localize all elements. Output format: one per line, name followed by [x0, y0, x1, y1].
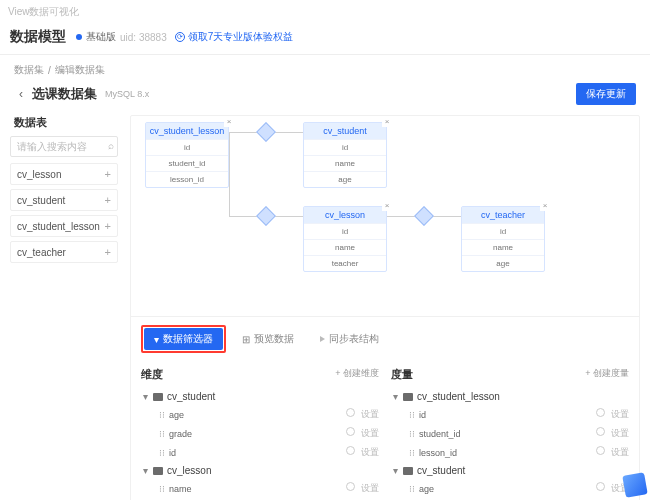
close-icon[interactable]: × [224, 117, 234, 127]
search-input[interactable] [10, 136, 118, 157]
tab-filter[interactable]: ▾ 数据筛选器 [144, 328, 223, 350]
node-header[interactable]: cv_student× [304, 123, 386, 139]
back-icon[interactable]: ‹ [14, 87, 28, 101]
node-header[interactable]: cv_lesson× [304, 207, 386, 223]
folder-icon [153, 467, 163, 475]
config-link[interactable]: 设置 [611, 446, 629, 459]
node-column: lesson_id [146, 171, 228, 187]
field-row[interactable]: ⁝⁝age设置 [141, 405, 379, 424]
filter-icon: ▾ [154, 334, 159, 345]
add-measure-button[interactable]: + 创建度量 [585, 367, 629, 382]
node-header[interactable]: cv_student_lesson× [146, 123, 228, 139]
assistant-icon[interactable] [622, 472, 647, 497]
field-group[interactable]: ▾cv_student_lesson [391, 388, 629, 405]
add-icon[interactable]: + [105, 168, 111, 180]
measures-column: 度量 + 创建度量 ▾cv_student_lesson⁝⁝id设置⁝⁝stud… [391, 367, 629, 500]
table-item[interactable]: cv_student+ [10, 189, 118, 211]
er-node[interactable]: cv_lesson×idnameteacher [303, 206, 387, 272]
config-link[interactable]: 设置 [611, 427, 629, 440]
close-icon[interactable]: × [382, 201, 392, 211]
save-button[interactable]: 保存更新 [576, 83, 636, 105]
join-icon[interactable] [256, 206, 276, 226]
model-canvas[interactable]: cv_student_lesson×idstudent_idlesson_idc… [130, 115, 640, 500]
config-link[interactable]: 设置 [361, 446, 379, 459]
field-row[interactable]: ⁝⁝student_id设置 [391, 424, 629, 443]
folder-icon [403, 467, 413, 475]
field-row[interactable]: ⁝⁝id设置 [391, 405, 629, 424]
config-link[interactable]: 设置 [361, 427, 379, 440]
caret-icon: ▾ [141, 391, 149, 402]
play-icon [320, 336, 325, 342]
caret-icon: ▾ [391, 391, 399, 402]
app-title: 数据模型 [10, 28, 66, 46]
type-icon: ⁝⁝ [409, 448, 415, 458]
node-column: teacher [304, 255, 386, 271]
dot-icon[interactable] [596, 482, 605, 491]
er-node[interactable]: cv_student×idnameage [303, 122, 387, 188]
dot-icon[interactable] [596, 408, 605, 417]
er-node[interactable]: cv_teacher×idnameage [461, 206, 545, 272]
dot-icon [76, 34, 82, 40]
plan-pill: 基础版 uid: 38883 [76, 30, 167, 44]
tab-preview[interactable]: ⊞ 预览数据 [232, 328, 304, 350]
type-icon: ⁝⁝ [159, 484, 165, 494]
join-icon[interactable] [256, 122, 276, 142]
tables-panel: 数据表 ⌕ cv_lesson+cv_student+cv_student_le… [10, 115, 118, 500]
field-group[interactable]: ▾cv_lesson [141, 462, 379, 479]
node-column: id [146, 139, 228, 155]
close-icon[interactable]: × [382, 117, 392, 127]
field-group[interactable]: ▾cv_student [141, 388, 379, 405]
folder-icon [403, 393, 413, 401]
uid-label: uid: 38883 [120, 32, 167, 43]
caret-icon: ▾ [391, 465, 399, 476]
type-icon: ⁝⁝ [409, 429, 415, 439]
promo-text: 领取7天专业版体验权益 [188, 30, 294, 44]
node-column: id [304, 139, 386, 155]
type-icon: ⁝⁝ [159, 429, 165, 439]
app-header: 数据模型 基础版 uid: 38883 ⟳ 领取7天专业版体验权益 [0, 24, 650, 55]
config-link[interactable]: 设置 [611, 408, 629, 421]
field-row[interactable]: ⁝⁝name设置 [141, 479, 379, 498]
table-item[interactable]: cv_lesson+ [10, 163, 118, 185]
er-node[interactable]: cv_student_lesson×idstudent_idlesson_id [145, 122, 229, 188]
crumb-sep: / [48, 65, 51, 76]
field-group[interactable]: ▾cv_student [391, 462, 629, 479]
join-icon[interactable] [414, 206, 434, 226]
node-header[interactable]: cv_teacher× [462, 207, 544, 223]
dot-icon[interactable] [596, 427, 605, 436]
dims-title: 维度 [141, 367, 163, 382]
add-dimension-button[interactable]: + 创建维度 [335, 367, 379, 382]
table-item[interactable]: cv_teacher+ [10, 241, 118, 263]
add-icon[interactable]: + [105, 246, 111, 258]
config-link[interactable]: 设置 [361, 482, 379, 495]
search-icon[interactable]: ⌕ [108, 140, 114, 151]
gift-icon: ⟳ [175, 32, 185, 42]
node-column: id [304, 223, 386, 239]
table-item[interactable]: cv_student_lesson+ [10, 215, 118, 237]
dot-icon[interactable] [346, 408, 355, 417]
add-icon[interactable]: + [105, 220, 111, 232]
node-column: name [304, 155, 386, 171]
plan-label: 基础版 [86, 30, 116, 44]
field-row[interactable]: ⁝⁝id设置 [141, 443, 379, 462]
crumb-root[interactable]: 数据集 [14, 63, 44, 77]
field-row[interactable]: ⁝⁝grade设置 [141, 424, 379, 443]
dot-icon[interactable] [346, 427, 355, 436]
caret-icon: ▾ [141, 465, 149, 476]
dot-icon[interactable] [596, 446, 605, 455]
type-icon: ⁝⁝ [409, 484, 415, 494]
tab-row: ▾ 数据筛选器 ⊞ 预览数据 同步表结构 [131, 316, 639, 361]
field-row[interactable]: ⁝⁝lesson_id设置 [391, 443, 629, 462]
close-icon[interactable]: × [540, 201, 550, 211]
config-link[interactable]: 设置 [361, 408, 379, 421]
tab-sync[interactable]: 同步表结构 [310, 328, 389, 350]
promo-link[interactable]: ⟳ 领取7天专业版体验权益 [175, 30, 294, 44]
meas-title: 度量 [391, 367, 413, 382]
dot-icon[interactable] [346, 446, 355, 455]
type-icon: ⁝⁝ [159, 410, 165, 420]
crumb-current: 编辑数据集 [55, 63, 105, 77]
dimensions-column: 维度 + 创建维度 ▾cv_student⁝⁝age设置⁝⁝grade设置⁝⁝i… [141, 367, 379, 500]
add-icon[interactable]: + [105, 194, 111, 206]
field-row[interactable]: ⁝⁝age设置 [391, 479, 629, 498]
dot-icon[interactable] [346, 482, 355, 491]
